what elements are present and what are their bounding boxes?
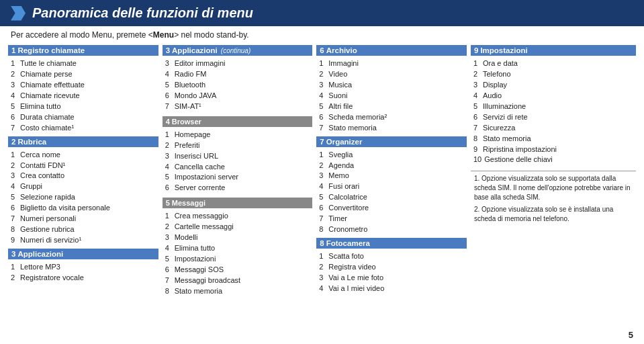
list-item: 9Numeri di servizio¹ — [11, 235, 156, 246]
list-item: 2Registratore vocale — [11, 273, 156, 284]
list-item: 1Immagini — [319, 58, 464, 69]
list-item: 7Costo chiamate¹ — [11, 123, 156, 134]
list-item: 2Contatti FDN¹ — [11, 161, 156, 171]
column-4: 9 Impostazioni 1Ora e data 2Telefono 3Di… — [471, 45, 636, 297]
messaggi-list: 1Crea messaggio 2Cartelle messaggi 3Mode… — [163, 211, 313, 297]
fotocamera-list: 1Scatta foto 2Registra video 3Vai a Le m… — [316, 251, 467, 294]
list-item: 6Convertitore — [319, 203, 464, 214]
list-item: 4Suoni — [319, 91, 464, 101]
list-item: 5Elimina tutto — [11, 101, 156, 112]
list-item: 3Display — [473, 80, 633, 91]
column-1: 1 Registro chiamate 1Tutte le chiamate 2… — [8, 45, 158, 297]
list-item: 3Vai a Le mie foto — [319, 273, 464, 284]
list-item: 5Impostazioni server — [165, 172, 310, 183]
list-item: 1Tutte le chiamate — [11, 58, 156, 69]
list-item: 2Agenda — [319, 161, 464, 171]
subtitle: Per accedere al modo Menu, premete <Menu… — [0, 26, 644, 44]
list-item: 6Messaggi SOS — [165, 265, 310, 275]
list-item: 8Stato memoria — [473, 134, 633, 144]
list-item: 2Preferiti — [165, 140, 310, 151]
page-number: 5 — [629, 330, 633, 340]
list-item: 4Gruppi — [11, 181, 156, 192]
list-item: 6Mondo JAVA — [165, 91, 310, 101]
list-item: 6Durata chiamate — [11, 112, 156, 123]
list-item: 7SIM-AT¹ — [165, 101, 310, 112]
section-archivio: 6 Archivio — [316, 45, 467, 56]
list-item: 5Calcolatrice — [319, 192, 464, 203]
list-item: 1Crea messaggio — [165, 211, 310, 222]
list-item: 3Inserisci URL — [165, 151, 310, 162]
list-item: 1Sveglia — [319, 150, 464, 161]
list-item: 7Stato memoria — [319, 123, 464, 134]
list-item: 5Bluetooth — [165, 80, 310, 91]
list-item: 6Biglietto da visita personale — [11, 203, 156, 214]
list-item: 5Impostazioni — [165, 254, 310, 265]
list-item: 3Musica — [319, 80, 464, 91]
list-item: 6Servizi di rete — [473, 112, 633, 123]
list-item: 8Gestione rubrica — [11, 224, 156, 235]
section-organizer: 7 Organizer — [316, 136, 467, 147]
list-item: 5Illuminazione — [473, 101, 633, 112]
list-item: 1Homepage — [165, 130, 310, 140]
rubrica-list: 1Cerca nome 2Contatti FDN¹ 3Crea contatt… — [8, 150, 158, 246]
list-item: 2Chiamate perse — [11, 69, 156, 80]
registro-chiamate-list: 1Tutte le chiamate 2Chiamate perse 3Chia… — [8, 58, 158, 134]
list-item: 3Editor immagini — [165, 58, 310, 69]
list-item: 2Telefono — [473, 69, 633, 80]
list-item: 3Chiamate effettuate — [11, 80, 156, 91]
column-2: 3 Applicazioni (continua) 3Editor immagi… — [163, 45, 313, 297]
list-item: 4Audio — [473, 91, 633, 101]
page-title: Panoramica delle funzioni di menu — [32, 5, 253, 21]
list-item: 3Memo — [319, 171, 464, 181]
footnote-1: 1. Opzione visualizzata solo se supporta… — [474, 174, 633, 202]
list-item: 1Cerca nome — [11, 150, 156, 161]
list-item: 5Altri file — [319, 101, 464, 112]
browser-list: 1Homepage 2Preferiti 3Inserisci URL 4Can… — [163, 130, 313, 194]
section-applicazioni: 3 Applicazioni — [8, 249, 158, 259]
footnote-2: 2. Opzione visualizzata solo se è instal… — [474, 205, 633, 224]
column-3: 6 Archivio 1Immagini 2Video 3Musica 4Suo… — [316, 45, 467, 297]
list-item: 4Radio FM — [165, 69, 310, 80]
impostazioni-list: 1Ora e data 2Telefono 3Display 4Audio 5I… — [471, 58, 636, 165]
section-registro-chiamate: 1 Registro chiamate — [8, 45, 158, 56]
list-item: 10Gestione delle chiavi — [473, 155, 633, 165]
list-item: 4Fusi orari — [319, 181, 464, 192]
section-applicazioni-continua: 3 Applicazioni (continua) — [163, 45, 313, 56]
list-item: 2Video — [319, 69, 464, 80]
list-item: 7Sicurezza — [473, 123, 633, 134]
list-item: 1Scatta foto — [319, 251, 464, 262]
organizer-list: 1Sveglia 2Agenda 3Memo 4Fusi orari 5Calc… — [316, 150, 467, 236]
list-item: 7Messaggi broadcast — [165, 275, 310, 286]
archivio-list: 1Immagini 2Video 3Musica 4Suoni 5Altri f… — [316, 58, 467, 134]
list-item: 6Server corrente — [165, 183, 310, 194]
list-item: 8Cronometro — [319, 224, 464, 235]
list-item: 4Chiamate ricevute — [11, 91, 156, 101]
list-item: 3Modelli — [165, 232, 310, 243]
book-icon — [11, 6, 26, 21]
list-item: 8Stato memoria — [165, 286, 310, 297]
section-rubrica: 2 Rubrica — [8, 136, 158, 147]
list-item: 2Registra video — [319, 262, 464, 273]
columns-area: 1 Registro chiamate 1Tutte le chiamate 2… — [0, 45, 644, 297]
section-messaggi: 5 Messaggi — [163, 198, 313, 208]
list-item: 3Crea contatto — [11, 171, 156, 181]
list-item: 4Cancella cache — [165, 162, 310, 173]
applicazioni-list: 1Lettore MP3 2Registratore vocale — [8, 262, 158, 284]
list-item: 9Ripristina impostazioni — [473, 144, 633, 155]
section-fotocamera: 8 Fotocamera — [316, 238, 467, 249]
list-item: 1Lettore MP3 — [11, 262, 156, 273]
list-item: 7Numeri personali — [11, 214, 156, 224]
section-impostazioni: 9 Impostazioni — [471, 45, 636, 56]
page-header: Panoramica delle funzioni di menu — [0, 0, 644, 26]
footnotes: 1. Opzione visualizzata solo se supporta… — [471, 171, 636, 224]
list-item: 7Timer — [319, 214, 464, 224]
list-item: 4Vai a I miei video — [319, 284, 464, 294]
list-item: 1Ora e data — [473, 58, 633, 69]
list-item: 6Scheda memoria² — [319, 112, 464, 123]
list-item: 2Cartelle messaggi — [165, 222, 310, 232]
applicazioni-continua-list: 3Editor immagini 4Radio FM 5Bluetooth 6M… — [163, 58, 313, 112]
list-item: 5Selezione rapida — [11, 192, 156, 203]
list-item: 4Elimina tutto — [165, 243, 310, 254]
section-browser: 4 Browser — [163, 116, 313, 127]
